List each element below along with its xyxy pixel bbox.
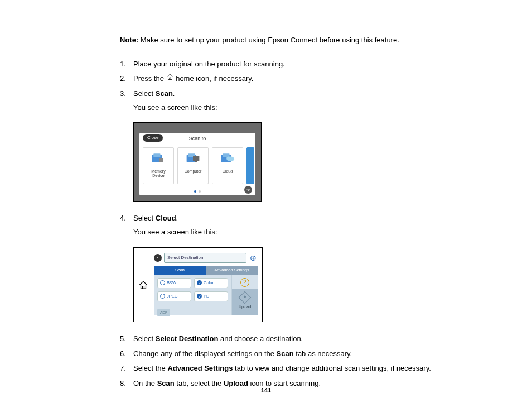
step-7: 7. Select the Advanced Settings tab to v… [120, 362, 471, 376]
step-text: Select Cloud. You see a screen like this… [133, 212, 471, 239]
cloud-icon [220, 151, 235, 165]
tile-label: Memory Device [151, 169, 165, 178]
tile-label: Cloud [223, 169, 233, 174]
step-number: 8. [120, 377, 133, 391]
document-page: Note: Make sure to set up your product u… [0, 0, 532, 412]
memory-device-icon [151, 151, 166, 165]
destination-bar: ‹ Select Destination. ⊕ [154, 252, 258, 264]
svg-point-10 [226, 157, 230, 160]
note-text: Make sure to set up your product using E… [141, 36, 399, 44]
step-8: 8. On the Scan tab, select the Upload ic… [120, 377, 471, 391]
upload-icon [239, 291, 252, 304]
tile-label: Computer [185, 169, 202, 174]
tile-cloud[interactable]: Cloud [212, 147, 243, 184]
settings-main: ‹ Select Destination. ⊕ Scan Advanced Se… [154, 252, 258, 317]
adf-label: ADF [157, 309, 170, 316]
tabs: Scan Advanced Settings [154, 266, 258, 275]
step-5: 5. Select Select Destination and choose … [120, 332, 471, 346]
step-number: 6. [120, 347, 133, 361]
option-color[interactable]: Color [194, 278, 228, 288]
steps-list: 1. Place your original on the product fo… [120, 58, 471, 115]
note-label: Note: [120, 36, 138, 44]
tile-computer[interactable]: Computer [177, 147, 209, 184]
home-icon [166, 73, 174, 81]
step-number: 2. [120, 72, 133, 86]
page-number: 141 [261, 385, 271, 396]
step-number: 1. [120, 58, 133, 71]
step-number: 4. [120, 212, 133, 226]
pager-dot [194, 190, 196, 193]
tab-scan[interactable]: Scan [154, 266, 206, 275]
settings-options: B&W Color JPEG PDF ADF [154, 275, 231, 315]
step-text: On the Scan tab, select the Upload icon … [133, 377, 471, 391]
select-destination-field[interactable]: Select Destination. [164, 253, 246, 263]
step-subtext: You see a screen like this: [133, 101, 471, 115]
step-text: Select Select Destination and choose a d… [133, 332, 471, 346]
upload-button[interactable]: Upload [232, 289, 258, 315]
tile-next-partial[interactable] [246, 147, 254, 184]
note-line: Note: Make sure to set up your product u… [120, 33, 471, 47]
scan-to-screen: Scan to Close Memory Device Computer [133, 122, 262, 202]
svg-rect-5 [193, 156, 199, 161]
step-6: 6. Change any of the displayed settings … [120, 347, 471, 361]
svg-rect-6 [195, 161, 197, 162]
step-text: Change any of the displayed settings on … [133, 347, 471, 361]
step-1: 1. Place your original on the product fo… [120, 58, 471, 71]
option-bw[interactable]: B&W [157, 278, 191, 288]
tab-advanced-settings[interactable]: Advanced Settings [206, 266, 258, 275]
steps-list: 4. Select Cloud. You see a screen like t… [120, 212, 471, 239]
home-icon[interactable] [138, 280, 148, 295]
step-number: 3. [120, 87, 133, 101]
steps-list: 5. Select Select Destination and choose … [120, 332, 471, 391]
figure-scan-to: Scan to Close Memory Device Computer [133, 122, 471, 202]
settings-panel: B&W Color JPEG PDF ADF ? Upload [154, 275, 258, 315]
step-text: Select the Advanced Settings tab to view… [133, 362, 471, 376]
option-pdf[interactable]: PDF [194, 291, 228, 301]
step-4: 4. Select Cloud. You see a screen like t… [120, 212, 471, 239]
pager-dot [199, 190, 201, 193]
scan-to-tiles: Memory Device Computer Cloud [143, 147, 255, 184]
step-number: 5. [120, 332, 133, 346]
computer-icon [185, 151, 201, 165]
step-text: Select Scan. You see a screen like this: [133, 87, 471, 114]
figure-cloud-settings: ‹ Select Destination. ⊕ Scan Advanced Se… [133, 247, 471, 322]
settings-right: ? Upload [231, 275, 258, 315]
svg-rect-1 [153, 154, 160, 157]
upload-label: Upload [239, 303, 251, 310]
svg-rect-2 [159, 158, 163, 162]
tile-memory-device[interactable]: Memory Device [143, 147, 174, 184]
step-subtext: You see a screen like this: [133, 226, 471, 239]
step-3: 3. Select Scan. You see a screen like th… [120, 87, 471, 114]
add-destination-icon[interactable]: ⊕ [249, 253, 258, 262]
cloud-settings-screen: ‹ Select Destination. ⊕ Scan Advanced Se… [133, 247, 263, 322]
step-text: Place your original on the product for s… [133, 58, 471, 71]
step-text: Press the home icon, if necessary. [133, 72, 471, 86]
back-icon[interactable]: ‹ [154, 254, 162, 262]
svg-rect-8 [223, 154, 229, 157]
step-number: 7. [120, 362, 133, 376]
step-2: 2. Press the home icon, if necessary. [120, 72, 471, 86]
help-icon[interactable]: ? [240, 278, 249, 287]
option-jpeg[interactable]: JPEG [157, 291, 191, 301]
close-button[interactable]: Close [143, 134, 163, 142]
pager-dots [194, 190, 201, 193]
